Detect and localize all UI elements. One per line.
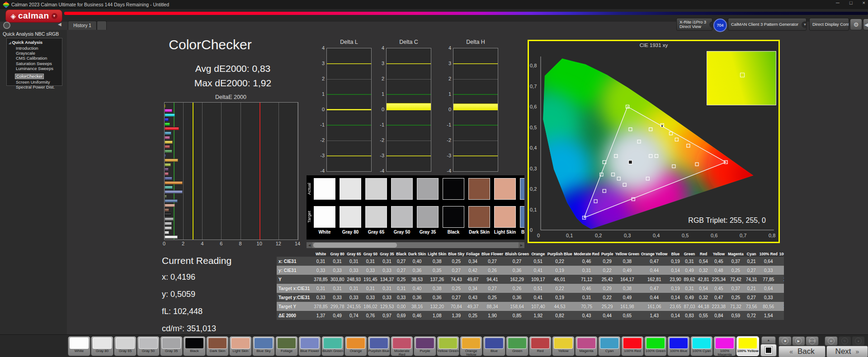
sidebar-item-cms-calibration[interactable]: CMS Calibration — [9, 56, 62, 61]
swatch-chip — [443, 206, 464, 228]
sidebar-item-screen-uniformity[interactable]: Screen Uniformity — [9, 80, 62, 85]
patch-button-black[interactable]: Black — [183, 336, 206, 356]
patch-button-100-magenta[interactable]: 100% Magenta — [713, 336, 736, 356]
patch-button-orange[interactable]: Orange — [344, 336, 367, 356]
table-cell: 225,34 — [711, 275, 727, 284]
scroll-left-icon[interactable]: ◀ — [307, 242, 312, 248]
sidebar-item-spectral-power-dist-[interactable]: Spectral Power Dist. — [9, 85, 62, 89]
patch-button-gray-35[interactable]: Gray 35 — [160, 336, 183, 356]
table-cell: 0,25 — [395, 275, 407, 284]
workspace-knob-icon[interactable] — [3, 22, 10, 29]
minimize-icon[interactable]: ─ — [836, 0, 840, 5]
patch-button-gray-80[interactable]: Gray 80 — [91, 336, 113, 356]
close-icon[interactable]: × — [863, 0, 865, 5]
color-gradient-strip — [64, 12, 868, 15]
patch-button-bluish-green[interactable]: Bluish Green — [321, 336, 344, 356]
pattern-generator-button[interactable]: CalMAN Client 3 Pattern Generator ▼ — [728, 18, 807, 31]
patch-button-100-cyan[interactable]: 100% Cyan — [690, 336, 713, 356]
patch-button-purplish-blue[interactable]: Purplish Blue — [368, 336, 390, 356]
chart-title: Delta L — [326, 39, 372, 47]
workspace-title: Quick Analysis NBC sRGB — [3, 31, 59, 37]
de-bar — [165, 181, 183, 184]
x-tick-label: 12 — [276, 241, 281, 246]
next-button[interactable]: Next » — [826, 346, 868, 357]
de-bar — [165, 186, 173, 189]
patch-button-light-skin[interactable]: Light Skin — [229, 336, 252, 356]
sidebar-item-grayscale[interactable]: Grayscale — [9, 51, 62, 56]
sidebar-item-saturation-sweeps[interactable]: Saturation Sweeps — [9, 61, 62, 66]
cie-y-tick: 0,8 — [530, 63, 537, 68]
delta-plot — [453, 48, 498, 172]
table-cell: 89,62 — [683, 275, 697, 284]
pattern-window-button[interactable] — [760, 344, 777, 357]
display-control-button[interactable]: Direct Display Control ▼ — [809, 18, 849, 31]
gridline — [278, 103, 279, 240]
patch-button-cyan[interactable]: Cyan — [598, 336, 621, 356]
patch-button-green[interactable]: Green — [506, 336, 528, 356]
patch-button-orange-yellow[interactable]: Orange Yellow — [460, 336, 482, 356]
table-cell: 0,33 — [329, 266, 346, 275]
sidebar-item-luminance-sweeps[interactable]: Luminance Sweeps — [9, 66, 62, 71]
patch-chip — [646, 338, 665, 349]
scrollbar-thumb[interactable] — [313, 243, 397, 248]
table-cell: 0,97 — [379, 311, 396, 320]
table-cell: 0,31 — [345, 284, 362, 293]
table-cell: 0,34 — [465, 284, 481, 293]
pattern-size-button[interactable]: ⊢⊣ — [806, 336, 819, 346]
patch-button-100-red[interactable]: 100% Red — [621, 336, 644, 356]
table-cell: 0,47 — [711, 293, 727, 302]
patch-button-yellow-green[interactable]: Yellow Green — [437, 336, 459, 356]
patch-button-100-blue[interactable]: 100% Blue — [667, 336, 690, 356]
patch-button-white[interactable]: White — [68, 336, 90, 356]
continuous-button[interactable]: ∞ — [825, 336, 838, 346]
de-bar — [165, 163, 171, 166]
patch-button-dark-skin[interactable]: Dark Skin — [206, 336, 229, 356]
patch-button-moderate-red[interactable]: Moderate Red — [391, 336, 413, 356]
table-cell: 70,75 — [573, 302, 600, 311]
back-button[interactable]: « Back — [778, 346, 826, 357]
continuous-icon: ∞ — [828, 338, 835, 344]
patch-button-100-yellow[interactable]: 100% Yellow — [736, 336, 759, 356]
table-cell: 0,27 — [447, 266, 465, 275]
sidebar-collapse-icon[interactable]: ◀ — [58, 22, 61, 27]
patch-label: White — [68, 349, 90, 353]
tree-root[interactable]: ◢Quick Analysis — [9, 40, 62, 46]
patch-button-red[interactable]: Red — [529, 336, 552, 356]
table-cell: 1,54 — [759, 311, 778, 320]
patch-button-gray-65[interactable]: Gray 65 — [114, 336, 137, 356]
expand-panel-button[interactable]: ▲ — [761, 336, 776, 344]
sidebar-item-introduction[interactable]: Introduction — [9, 46, 62, 51]
tab-history-1[interactable]: History 1 — [68, 21, 97, 30]
y-tick-label: -2 — [320, 137, 325, 143]
patch-button-foliage[interactable]: Foliage — [275, 336, 298, 356]
avg-de2000: Avg dE2000: 0,83 — [142, 61, 323, 76]
tab-stub[interactable] — [97, 21, 107, 30]
delta-bar — [327, 109, 371, 110]
meter-select-button[interactable]: X-Rite i1Pro 3 Direct View ▼ — [676, 18, 712, 31]
scroll-right-icon[interactable]: ▶ — [519, 242, 524, 248]
swatch-scrollbar[interactable]: ◀ ▶ — [307, 242, 524, 248]
next-label: Next — [835, 347, 851, 356]
play-button[interactable]: ▶ — [792, 336, 805, 346]
patch-button-100-green[interactable]: 100% Green — [644, 336, 667, 356]
patch-button-purple[interactable]: Purple — [414, 336, 436, 356]
patch-button-gray-50[interactable]: Gray 50 — [137, 336, 160, 356]
settings-gear-icon[interactable]: ⚙ — [850, 19, 862, 30]
table-cell: 0,30 — [778, 284, 784, 293]
cie-x-tick: 0,5 — [682, 233, 689, 238]
patch-button-blue[interactable]: Blue — [483, 336, 505, 356]
patch-button-blue-flower[interactable]: Blue Flower — [298, 336, 321, 356]
calman-window: Calman 2023 Calman Ultimate for Business… — [0, 0, 868, 357]
table-cell: 1,92 — [530, 311, 547, 320]
maximize-icon[interactable]: □ — [849, 0, 853, 5]
patch-button-yellow[interactable]: Yellow — [552, 336, 575, 356]
sidebar-item-colorchecker[interactable]: ColorChecker — [15, 74, 44, 79]
patch-button-blue-sky[interactable]: Blue Sky — [252, 336, 275, 356]
calman-menu-button[interactable]: ◈ calman ▼ — [5, 9, 62, 23]
partial-toolbar-button[interactable]: ◀ — [863, 19, 868, 30]
patch-button-magenta[interactable]: Magenta — [575, 336, 598, 356]
table-cell: 1,43 — [640, 311, 668, 320]
table-cell: 1,39 — [447, 311, 465, 320]
stop-button[interactable]: ■ — [778, 336, 792, 346]
meter-count-badge[interactable]: 704 — [713, 19, 727, 32]
